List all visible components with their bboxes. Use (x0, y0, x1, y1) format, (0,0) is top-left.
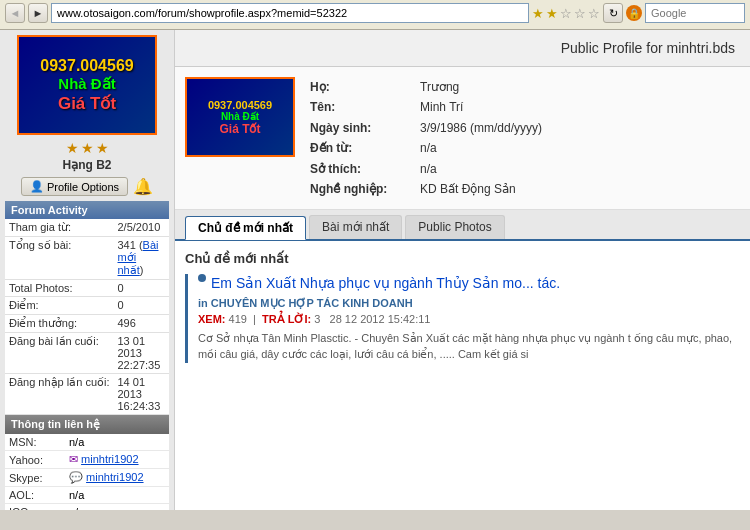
browser-toolbar: ◄ ► ★ ★ ☆ ☆ ☆ ↻ 🔒 (5, 3, 745, 23)
total-photos-label: Total Photos: (5, 280, 114, 297)
secure-icon: 🔒 (626, 5, 642, 21)
birthday-label: Ngày sinh: (310, 118, 420, 138)
profile-header-title: Public Profile for minhtri.bds (561, 40, 735, 56)
yahoo-link[interactable]: minhtri1902 (81, 453, 138, 465)
yahoo-label: Yahoo: (5, 451, 65, 469)
profile-info-section: 0937.004569 Nhà Đất Giá Tốt Họ: Trương T… (175, 67, 750, 210)
nghe-nghiep-value: KD Bất Động Sản (420, 179, 516, 199)
join-date-value: 2/5/2010 (114, 219, 170, 237)
den-tu-field: Đến từ: n/a (310, 138, 740, 158)
ho-label: Họ: (310, 77, 420, 97)
msn-row: MSN: n/a (5, 434, 169, 451)
yahoo-icon: ✉ (69, 453, 78, 466)
profile-fields: Họ: Trương Tên: Minh Trí Ngày sinh: 3/9/… (310, 77, 740, 199)
sidebar-ad-banner: 0937.004569 Nhà Đất Giá Tốt (17, 35, 157, 135)
star-2: ★ (81, 140, 94, 156)
so-thich-field: Sở thích: n/a (310, 159, 740, 179)
tab-public-photos[interactable]: Public Photos (405, 215, 504, 239)
favorites-stars: ★ ★ ☆ ☆ ☆ (532, 6, 600, 21)
tab-section-title: Chủ đề mới nhất (185, 251, 740, 266)
skype-link[interactable]: minhtri1902 (86, 471, 143, 483)
profile-options-label: Profile Options (47, 181, 119, 193)
join-date-label: Tham gia từ: (5, 219, 114, 237)
rank-stars: ★ ★ ★ (5, 140, 169, 156)
bullet-icon (198, 274, 206, 282)
forum-activity-table: Tham gia từ: 2/5/2010 Tổng số bài: 341 (… (5, 219, 169, 415)
ten-field: Tên: Minh Trí (310, 97, 740, 117)
ho-value: Trương (420, 77, 459, 97)
total-posts-label: Tổng số bài: (5, 237, 114, 280)
right-ad-line2: Giá Tốt (219, 122, 260, 136)
icq-row: ICQ: n/a (5, 504, 169, 511)
left-sidebar: 0937.004569 Nhà Đất Giá Tốt ★ ★ ★ Hạng B… (0, 30, 175, 510)
profile-options-button[interactable]: 👤 Profile Options (21, 177, 128, 196)
page-content: 0937.004569 Nhà Đất Giá Tốt ★ ★ ★ Hạng B… (0, 30, 750, 510)
forward-button[interactable]: ► (28, 3, 48, 23)
contact-table: MSN: n/a Yahoo: ✉ minhtri1902 Skype: 💬 m… (5, 434, 169, 510)
search-input[interactable] (645, 3, 745, 23)
forum-activity-header: Forum Activity (5, 201, 169, 219)
star5-icon: ☆ (588, 6, 600, 21)
right-content: Public Profile for minhtri.bds 0937.0045… (175, 30, 750, 510)
ho-field: Họ: Trương (310, 77, 740, 97)
tab-chu-de-moi-nhat[interactable]: Chủ đề mới nhất (185, 216, 306, 240)
icq-value: n/a (65, 504, 169, 511)
last-post-label: Đăng bài lần cuối: (5, 333, 114, 374)
aol-label: AOL: (5, 487, 65, 504)
ten-label: Tên: (310, 97, 420, 117)
tab-content: Chủ đề mới nhất Em Sản Xuất Nhựa phục vụ… (175, 241, 750, 381)
bonus-points-row: Điểm thưởng: 496 (5, 315, 169, 333)
star-1: ★ (66, 140, 79, 156)
last-post-value: 13 01 2013 22:27:35 (114, 333, 170, 374)
browser-chrome: ◄ ► ★ ★ ☆ ☆ ☆ ↻ 🔒 (0, 0, 750, 30)
tabs-bar: Chủ đề mới nhất Bài mới nhất Public Phot… (175, 210, 750, 241)
profile-header: Public Profile for minhtri.bds (175, 30, 750, 67)
right-ad-phone: 0937.004569 (208, 99, 272, 111)
points-row: Điểm: 0 (5, 297, 169, 315)
star1-icon: ★ (532, 6, 544, 21)
nghe-nghiep-field: Nghề nghiệp: KD Bất Động Sản (310, 179, 740, 199)
so-thich-value: n/a (420, 159, 437, 179)
tab-bai-moi-nhat[interactable]: Bài mới nhất (309, 215, 402, 239)
rank-label: Hạng B2 (5, 158, 169, 172)
contact-header: Thông tin liên hệ (5, 415, 169, 434)
last-login-value: 14 01 2013 16:24:33 (114, 374, 170, 415)
aol-row: AOL: n/a (5, 487, 169, 504)
profile-options-row: 👤 Profile Options 🔔 (5, 177, 169, 196)
so-thich-label: Sở thích: (310, 159, 420, 179)
points-label: Điểm: (5, 297, 114, 315)
address-bar[interactable] (51, 3, 529, 23)
profile-avatar-area: 0937.004569 Nhà Đất Giá Tốt ★ ★ ★ Hạng B… (5, 35, 169, 196)
xem-value: 419 (229, 313, 247, 325)
profile-icon: 👤 (30, 180, 44, 193)
bonus-points-value: 496 (114, 315, 170, 333)
star4-icon: ☆ (574, 6, 586, 21)
star3-icon: ☆ (560, 6, 572, 21)
yahoo-row: Yahoo: ✉ minhtri1902 (5, 451, 169, 469)
skype-icon: 💬 (69, 471, 83, 484)
post-title-link[interactable]: Em Sản Xuất Nhựa phục vụ ngành Thủy Sản … (211, 274, 560, 294)
ten-value: Minh Trí (420, 97, 463, 117)
post-date: 28 12 2012 15:42:11 (330, 313, 431, 325)
last-login-row: Đăng nhập lần cuối: 14 01 2013 16:24:33 (5, 374, 169, 415)
yahoo-value: ✉ minhtri1902 (65, 451, 169, 469)
points-value: 0 (114, 297, 170, 315)
post-bullet-row: Em Sản Xuất Nhựa phục vụ ngành Thủy Sản … (198, 274, 740, 294)
refresh-button[interactable]: ↻ (603, 3, 623, 23)
skype-value: 💬 minhtri1902 (65, 469, 169, 487)
birthday-value: 3/9/1986 (mm/dd/yyyy) (420, 118, 542, 138)
den-tu-value: n/a (420, 138, 437, 158)
main-layout: 0937.004569 Nhà Đất Giá Tốt ★ ★ ★ Hạng B… (0, 30, 750, 510)
back-button[interactable]: ◄ (5, 3, 25, 23)
post-category: in CHUYÊN MỤC HỢP TÁC KINH DOANH (198, 297, 740, 310)
nghe-nghiep-label: Nghề nghiệp: (310, 179, 420, 199)
skype-row: Skype: 💬 minhtri1902 (5, 469, 169, 487)
birthday-field: Ngày sinh: 3/9/1986 (mm/dd/yyyy) (310, 118, 740, 138)
last-post-row: Đăng bài lần cuối: 13 01 2013 22:27:35 (5, 333, 169, 374)
right-ad-banner: 0937.004569 Nhà Đất Giá Tốt (185, 77, 295, 157)
icq-label: ICQ: (5, 504, 65, 511)
msn-label: MSN: (5, 434, 65, 451)
join-date-row: Tham gia từ: 2/5/2010 (5, 219, 169, 237)
sidebar-ad-phone: 0937.004569 (40, 57, 133, 75)
sidebar-ad-line2: Giá Tốt (58, 93, 116, 114)
